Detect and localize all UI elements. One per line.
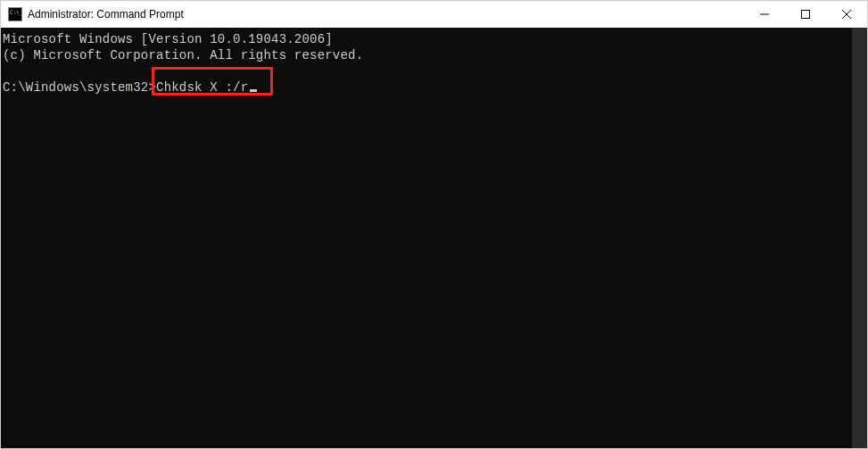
minimize-button[interactable]: [744, 1, 785, 28]
maximize-button[interactable]: [785, 1, 826, 28]
window-title: Administrator: Command Prompt: [28, 8, 744, 21]
command-prompt-window: Administrator: Command Prompt Microsoft …: [0, 0, 868, 449]
scrollbar-track[interactable]: [852, 28, 867, 448]
copyright-line: (c) Microsoft Corporation. All rights re…: [3, 48, 363, 62]
prompt-text: C:\Windows\system32>: [3, 80, 156, 95]
titlebar[interactable]: Administrator: Command Prompt: [1, 1, 867, 28]
cmd-icon: [8, 7, 22, 21]
version-line: Microsoft Windows [Version 10.0.19043.20…: [3, 32, 333, 46]
window-controls: [744, 1, 867, 28]
terminal-output[interactable]: Microsoft Windows [Version 10.0.19043.20…: [1, 28, 852, 448]
svg-rect-1: [802, 11, 810, 19]
cursor: [250, 89, 257, 92]
command-text: Chkdsk X :/r: [156, 80, 248, 95]
terminal-area: Microsoft Windows [Version 10.0.19043.20…: [1, 28, 867, 448]
close-button[interactable]: [826, 1, 867, 28]
scrollbar[interactable]: [852, 28, 867, 448]
